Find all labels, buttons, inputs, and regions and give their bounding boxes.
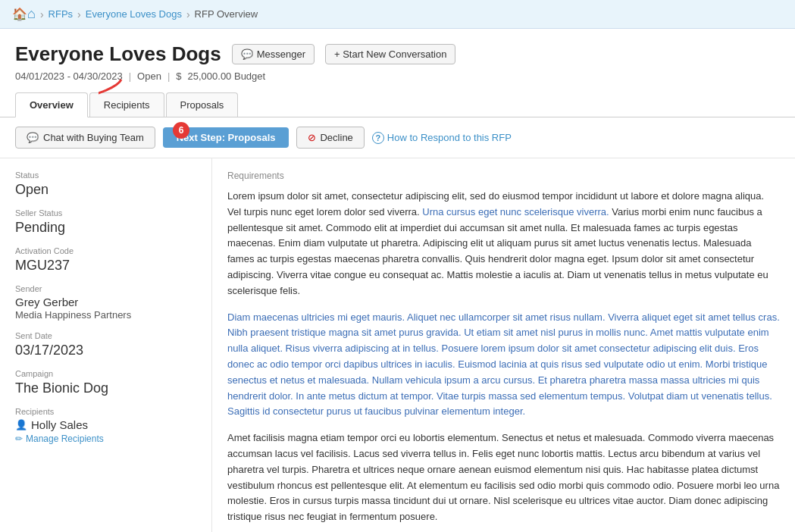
manage-link-label: Manage Recipients — [26, 433, 104, 444]
breadcrumb-separator-2: › — [77, 8, 81, 20]
home-icon[interactable]: ⌂ — [12, 6, 36, 22]
status-value: Open — [15, 182, 196, 198]
status-label: Status — [15, 171, 196, 180]
requirements-paragraph-3: Amet facilisis magna etiam tempor orci e… — [227, 430, 780, 525]
budget-text: 25,000.00 Budget — [188, 70, 266, 82]
sent-date-label: Sent Date — [15, 331, 196, 340]
requirements-panel: Requirements Lorem ipsum dolor sit amet,… — [212, 158, 795, 532]
decline-icon: ⊘ — [308, 132, 316, 143]
main-content: Status Open Seller Status Pending Activa… — [0, 158, 795, 532]
person-icon: 👤 — [15, 419, 27, 430]
dollar-sign: $ — [176, 70, 181, 82]
sender-company: Media Happiness Partners — [15, 309, 196, 321]
how-to-respond-link[interactable]: ? How to Respond to this RFP — [372, 132, 512, 144]
seller-status-value: Pending — [15, 220, 196, 236]
new-conversation-button[interactable]: + Start New Conversation — [325, 44, 455, 64]
status-text: Open — [137, 70, 161, 82]
breadcrumb-rfps[interactable]: RFPs — [49, 8, 74, 20]
requirements-paragraph-2: Diam maecenas ultricies mi eget mauris. … — [227, 310, 780, 421]
decline-label: Decline — [320, 132, 352, 143]
sidebar: Status Open Seller Status Pending Activa… — [0, 158, 212, 532]
sender-label: Sender — [15, 284, 196, 293]
recipients-label: Recipients — [15, 407, 196, 416]
page-title: Everyone Loves Dogs — [15, 42, 221, 66]
breadcrumb: ⌂ › RFPs › Everyone Loves Dogs › RFP Ove… — [0, 0, 795, 29]
recipient-name: Holly Sales — [31, 418, 88, 431]
tab-recipients[interactable]: Recipients — [89, 92, 164, 117]
notification-badge: 6 — [173, 122, 189, 139]
messenger-icon: 💬 — [241, 49, 253, 60]
how-to-label: How to Respond to this RFP — [387, 132, 512, 143]
sent-date-value: 03/17/2023 — [15, 343, 196, 358]
recipient-row: 👤 Holly Sales — [15, 418, 196, 431]
new-conv-label: + Start New Conversation — [334, 49, 446, 60]
sender-name: Grey Gerber — [15, 296, 196, 308]
requirements-paragraph-1: Lorem ipsum dolor sit amet, consectetur … — [227, 189, 780, 299]
question-icon: ? — [372, 132, 384, 144]
campaign-value: The Bionic Dog — [15, 380, 196, 396]
seller-status-label: Seller Status — [15, 208, 196, 217]
requirements-label: Requirements — [227, 171, 780, 181]
tab-proposals[interactable]: Proposals — [166, 92, 239, 117]
messenger-button[interactable]: 💬 Messenger — [232, 44, 315, 64]
breadcrumb-dogs[interactable]: Everyone Loves Dogs — [86, 8, 182, 20]
chat-btn-label: Chat with Buying Team — [43, 132, 144, 143]
chat-icon: 💬 — [27, 132, 39, 143]
page-meta: 04/01/2023 - 04/30/2023 | Open | $ 25,00… — [15, 70, 780, 82]
decline-button[interactable]: ⊘ Decline — [296, 127, 364, 149]
campaign-label: Campaign — [15, 369, 196, 378]
page-header: Everyone Loves Dogs 💬 Messenger + Start … — [0, 29, 795, 82]
messenger-label: Messenger — [257, 49, 305, 60]
tabs-row: Overview Recipients Proposals — [0, 92, 795, 117]
breadcrumb-separator-3: › — [186, 8, 190, 20]
date-range: 04/01/2023 - 04/30/2023 — [15, 70, 123, 82]
pencil-icon: ✏ — [15, 433, 23, 444]
breadcrumb-separator: › — [40, 8, 44, 20]
breadcrumb-current: RFP Overview — [195, 8, 258, 20]
tab-overview[interactable]: Overview — [15, 92, 88, 117]
activation-code-label: Activation Code — [15, 246, 196, 255]
chat-buying-team-button[interactable]: 💬 Chat with Buying Team — [15, 127, 155, 149]
action-bar: 💬 Chat with Buying Team Next Step: Propo… — [0, 117, 795, 158]
activation-code-value: MGU237 — [15, 258, 196, 274]
manage-recipients-link[interactable]: ✏ Manage Recipients — [15, 433, 196, 444]
